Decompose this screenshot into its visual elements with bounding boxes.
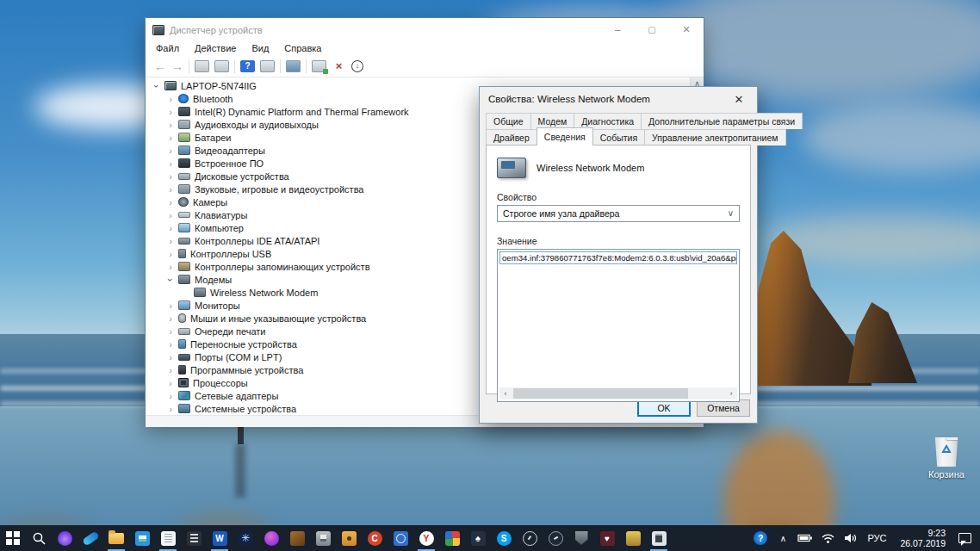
taskbar-cards-game[interactable]: ♠: [465, 525, 491, 551]
dialog-titlebar[interactable]: Свойства: Wireless Network Modem: [480, 87, 757, 111]
taskbar-game-app[interactable]: [284, 525, 310, 551]
help-icon: ?: [754, 531, 767, 545]
taskbar-gauge-app[interactable]: [543, 525, 568, 551]
show-hidden-icons-button[interactable]: [772, 525, 793, 551]
chevron-right-icon[interactable]: [164, 145, 177, 156]
tab-power-management[interactable]: Управление электропитанием: [644, 129, 785, 145]
paint3d-icon: [264, 531, 279, 546]
recycle-bin[interactable]: Корзина: [920, 437, 973, 487]
chevron-right-icon[interactable]: [164, 197, 177, 207]
chevron-right-icon[interactable]: [164, 339, 177, 350]
action-center-button[interactable]: [954, 525, 975, 551]
taskbar-calculator[interactable]: [181, 525, 207, 551]
taskbar-ccleaner[interactable]: C: [362, 525, 388, 551]
language-indicator[interactable]: РУС: [862, 525, 891, 551]
scrollbar-thumb[interactable]: [513, 388, 688, 399]
ok-button[interactable]: OK: [637, 399, 691, 417]
window-list-icon[interactable]: [260, 60, 275, 72]
chevron-right-icon[interactable]: [164, 249, 177, 259]
tab-advanced-comm[interactable]: Дополнительные параметры связи: [641, 113, 803, 129]
dialog-close-icon[interactable]: [721, 87, 757, 111]
back-icon[interactable]: ←: [154, 60, 166, 72]
horizontal-scrollbar[interactable]: [499, 387, 737, 399]
value-row-selected[interactable]: oem34.inf:379860771763f7e8:Modem2:6.0.3.…: [499, 251, 737, 264]
tree-item-label: LAPTOP-5N74IIG: [181, 81, 257, 91]
chevron-right-icon[interactable]: [164, 378, 177, 388]
help-icon[interactable]: [240, 60, 255, 72]
taskbar-clock-app[interactable]: [517, 525, 543, 551]
chevron-right-icon[interactable]: [164, 326, 177, 337]
chevron-right-icon[interactable]: [164, 120, 177, 130]
chevron-right-icon[interactable]: [164, 300, 177, 311]
chevron-right-icon[interactable]: [164, 236, 177, 246]
taskbar-usb-tool[interactable]: [310, 525, 336, 551]
taskbar-purple-app[interactable]: [52, 525, 78, 551]
property-dropdown[interactable]: Строгое имя узла драйвера: [497, 205, 740, 222]
disable-device-icon[interactable]: [351, 60, 363, 72]
update-driver-icon[interactable]: [312, 60, 326, 72]
tab-general[interactable]: Общие: [486, 113, 531, 129]
tab-details[interactable]: Сведения: [537, 127, 593, 145]
menu-action[interactable]: Действие: [195, 43, 236, 53]
menu-help[interactable]: Справка: [284, 43, 321, 53]
taskbar-cube-game[interactable]: [439, 525, 465, 551]
scroll-left-icon[interactable]: [499, 389, 512, 398]
value-listbox[interactable]: oem34.inf:379860771763f7e8:Modem2:6.0.3.…: [497, 249, 740, 402]
taskbar-timer-app[interactable]: [388, 525, 413, 551]
chevron-right-icon[interactable]: [164, 133, 177, 143]
taskbar-notepad[interactable]: [155, 525, 181, 551]
chevron-right-icon[interactable]: [164, 313, 177, 324]
taskbar-tanks-game[interactable]: [568, 525, 594, 551]
wifi-tray-button[interactable]: [817, 525, 838, 551]
chevron-right-icon[interactable]: [164, 391, 177, 401]
taskbar-coins-game[interactable]: [620, 525, 646, 551]
scroll-right-icon[interactable]: [725, 389, 737, 398]
chevron-right-icon[interactable]: [164, 158, 177, 169]
taskbar-device-manager[interactable]: [646, 525, 672, 551]
uninstall-device-icon[interactable]: [332, 60, 346, 72]
taskbar-word[interactable]: W: [207, 525, 233, 551]
chevron-down-icon[interactable]: [151, 81, 163, 91]
chevron-right-icon[interactable]: [164, 107, 177, 117]
console-icon[interactable]: [195, 60, 209, 72]
search-button[interactable]: [26, 525, 52, 551]
properties-icon[interactable]: [214, 60, 229, 72]
clock[interactable]: 9:23 26.07.2019: [893, 528, 952, 548]
volume-tray-button[interactable]: [840, 525, 860, 551]
taskbar-casino-game[interactable]: ♥: [594, 525, 620, 551]
cards-icon: ♠: [471, 531, 486, 546]
menu-view[interactable]: Вид: [251, 43, 269, 53]
menu-file[interactable]: Файл: [156, 43, 179, 53]
taskbar-file-explorer[interactable]: [103, 525, 129, 551]
chevron-right-icon[interactable]: [164, 210, 177, 220]
tab-driver[interactable]: Драйвер: [486, 129, 537, 145]
close-button[interactable]: [669, 18, 704, 41]
cancel-button[interactable]: Отмена: [697, 399, 750, 417]
chevron-right-icon[interactable]: [164, 365, 177, 375]
chevron-right-icon[interactable]: [164, 184, 177, 195]
maximize-button[interactable]: [635, 18, 669, 41]
forward-icon[interactable]: →: [171, 60, 183, 72]
taskbar-yandex-browser[interactable]: Y: [413, 525, 439, 551]
chevron-right-icon[interactable]: [164, 262, 177, 272]
taskbar-skype[interactable]: S: [491, 525, 517, 551]
scan-hardware-icon[interactable]: [286, 60, 301, 72]
chevron-right-icon[interactable]: [164, 94, 177, 104]
chevron-right-icon[interactable]: [164, 352, 177, 362]
taskbar-snowflake-app[interactable]: ✳: [233, 525, 258, 551]
modem-device-icon: [194, 288, 206, 297]
taskbar-blue-pill-app[interactable]: [78, 525, 103, 551]
battery-tray-button[interactable]: [795, 525, 816, 551]
chevron-right-icon[interactable]: [164, 171, 177, 182]
device-manager-titlebar[interactable]: Диспетчер устройств: [146, 18, 704, 41]
taskbar-lock-app[interactable]: [336, 525, 362, 551]
taskbar-paint3d[interactable]: [258, 525, 284, 551]
tab-events[interactable]: События: [592, 129, 645, 145]
start-button[interactable]: [0, 525, 26, 551]
chevron-right-icon[interactable]: [164, 404, 177, 414]
minimize-button[interactable]: [600, 18, 635, 41]
help-tray-button[interactable]: ?: [750, 525, 771, 551]
taskbar-photos[interactable]: [129, 525, 155, 551]
chevron-down-icon[interactable]: [164, 275, 177, 285]
chevron-right-icon[interactable]: [164, 223, 177, 233]
